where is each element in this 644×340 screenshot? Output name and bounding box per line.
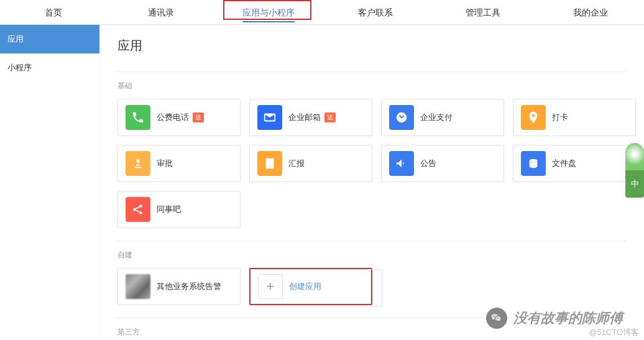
- page-title: 应用: [117, 37, 627, 54]
- phone-icon: [126, 105, 150, 130]
- section-custom: 自建 其他业务系统告警 + 创建应用: [117, 241, 627, 305]
- app-name: 企业支付: [420, 112, 453, 123]
- nav-home[interactable]: 首页: [0, 0, 108, 25]
- floating-badge[interactable]: 中: [625, 143, 644, 198]
- app-card-phone[interactable]: 公费电话 送: [117, 99, 241, 136]
- svg-point-1: [530, 159, 538, 162]
- badge: 送: [193, 113, 204, 122]
- watermark-wechat: 没有故事的陈师傅: [486, 308, 623, 329]
- app-name: 企业邮箱: [288, 112, 321, 123]
- custom-app-grid: 其他业务系统告警 + 创建应用: [117, 268, 627, 305]
- app-name: 公费电话: [157, 112, 189, 123]
- app-name: 其他业务系统告警: [157, 281, 221, 292]
- section-custom-label: 自建: [117, 250, 627, 260]
- nav-tools[interactable]: 管理工具: [430, 0, 537, 25]
- app-card-announce[interactable]: 公告: [381, 145, 504, 182]
- share-icon: [126, 197, 150, 222]
- avatar-icon: [126, 274, 150, 299]
- floating-badge-icon: [625, 143, 644, 170]
- create-app-label: 创建应用: [289, 281, 321, 292]
- app-name: 打卡: [552, 112, 568, 123]
- stamp-icon: [126, 151, 150, 176]
- floating-badge-label: 中: [625, 170, 644, 198]
- plus-icon: +: [258, 274, 283, 299]
- app-card-mail[interactable]: 企业邮箱 送: [249, 99, 372, 136]
- sidebar: 应用 小程序: [0, 25, 99, 340]
- app-name: 文件盘: [552, 158, 576, 169]
- app-name: 审批: [157, 158, 173, 169]
- app-name: 公告: [420, 158, 436, 169]
- card-stub: [371, 269, 382, 306]
- section-basic: 基础 公费电话 送 企业邮箱 送: [117, 71, 627, 228]
- wechat-icon: [486, 308, 507, 329]
- nav-clients[interactable]: 客户联系: [322, 0, 430, 25]
- nav-apps[interactable]: 应用与小程序: [214, 0, 322, 25]
- announce-icon: [389, 151, 414, 176]
- section-basic-label: 基础: [117, 81, 627, 91]
- app-card-colleague[interactable]: 同事吧: [117, 191, 241, 228]
- app-name: 同事吧: [157, 204, 181, 215]
- app-card-report[interactable]: 汇报: [249, 145, 372, 182]
- top-nav: 首页 通讯录 应用与小程序 客户联系 管理工具 我的企业: [0, 0, 644, 25]
- main: 应用 小程序 应用 基础 公费电话 送 企业邮箱 送: [0, 25, 644, 340]
- app-card-pay[interactable]: 企业支付: [381, 99, 504, 136]
- mail-icon: [257, 105, 282, 130]
- watermark-blog: @51CTO博客: [589, 327, 639, 338]
- nav-contacts[interactable]: 通讯录: [108, 0, 215, 25]
- create-app-button[interactable]: + 创建应用: [249, 268, 372, 305]
- app-card-clockin[interactable]: 打卡: [513, 99, 636, 136]
- pin-icon: [521, 105, 546, 130]
- nav-company[interactable]: 我的企业: [536, 0, 644, 25]
- disk-icon: [521, 151, 546, 176]
- badge: 送: [324, 113, 336, 122]
- pay-icon: [389, 105, 414, 130]
- sidebar-item-miniapp[interactable]: 小程序: [0, 53, 99, 82]
- app-name: 汇报: [288, 158, 305, 169]
- sidebar-item-apps[interactable]: 应用: [0, 25, 99, 53]
- app-card-files[interactable]: 文件盘: [513, 145, 636, 182]
- app-card-custom-alert[interactable]: 其他业务系统告警: [117, 268, 241, 305]
- basic-app-grid: 公费电话 送 企业邮箱 送 企业支付: [117, 99, 627, 228]
- report-icon: [257, 151, 282, 176]
- app-card-approve[interactable]: 审批: [117, 145, 241, 182]
- content: 应用 基础 公费电话 送 企业邮箱 送: [100, 25, 644, 340]
- watermark-wechat-text: 没有故事的陈师傅: [513, 309, 623, 328]
